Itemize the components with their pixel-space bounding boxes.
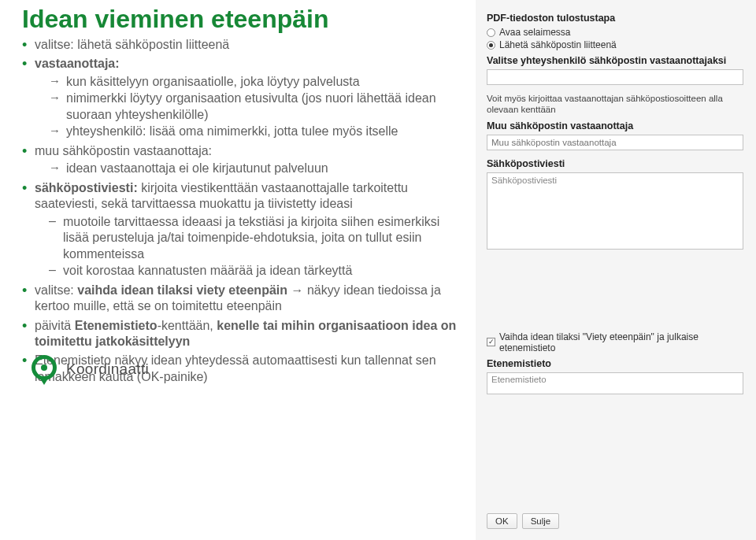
arrow-2-2-text: nimimerkki löytyy organisaation etusivul…: [66, 91, 436, 120]
arrow-2-3: yhteyshenkilö: lisää oma nimimerkki, jot…: [49, 124, 468, 139]
bullet-4-pre: sähköpostiviesti:: [35, 181, 138, 194]
bullet-5-bold: vaihda idean tilaksi viety eteenpäin: [77, 283, 287, 297]
contact-input[interactable]: [487, 69, 743, 85]
radio-send-attachment[interactable]: Lähetä sähköpostin liitteenä: [487, 39, 743, 50]
brand-name: Koordinaatti: [66, 361, 149, 378]
change-status-label: Vaihda idean tilaksi "Viety eteenpäin" j…: [499, 331, 743, 353]
bullet-6-pre: päivitä: [35, 319, 75, 332]
bullet-1-text: valitse: lähetä sähköpostin liitteenä: [35, 38, 229, 51]
arrow-2-1-text: kun käsittelyyn organisaatiolle, joka lö…: [66, 75, 360, 88]
other-recipient-heading: Muu sähköpostin vastaanottaja: [487, 120, 743, 131]
bullet-5: valitse: vaihda idean tilaksi viety etee…: [22, 283, 468, 315]
bullet-5-pre: valitse:: [35, 283, 77, 297]
email-message-heading: Sähköpostiviesti: [487, 158, 743, 169]
bullet-6-mid: -kenttään,: [158, 319, 217, 332]
radio-open-browser-label: Avaa selaimessa: [499, 27, 571, 38]
dash-4-2: voit korostaa kannatusten määrää ja idea…: [49, 263, 468, 279]
change-status-checkbox[interactable]: ✓ Vaihda idean tilaksi "Viety eteenpäin"…: [487, 331, 743, 353]
radio-icon: [487, 28, 495, 37]
close-button[interactable]: Sulje: [522, 513, 560, 529]
brand-logo: Koordinaatti: [32, 355, 149, 383]
bullet-4: sähköpostiviesti: kirjoita viestikenttää…: [22, 180, 468, 279]
bullet-2-lead: vastaanottaja:: [35, 57, 120, 70]
bullet-3-lead: muu sähköpostin vastaanottaja:: [35, 144, 212, 157]
ok-button[interactable]: OK: [487, 513, 517, 529]
arrow-3-1: idean vastaanottaja ei ole kirjautunut p…: [49, 161, 468, 176]
page-title: Idean vieminen eteenpäin: [22, 5, 468, 34]
bullet-3: muu sähköpostin vastaanottaja: idean vas…: [22, 143, 468, 177]
dash-4-1: muotoile tarvittaessa ideaasi ja tekstiä…: [49, 214, 468, 262]
email-message-input[interactable]: Sähköpostiviesti: [487, 172, 743, 250]
progress-info-input[interactable]: Etenemistieto: [487, 372, 743, 394]
bullet-1: valitse: lähetä sähköpostin liitteenä: [22, 37, 468, 53]
other-recipient-input[interactable]: [487, 135, 743, 150]
contact-note: Voit myös kirjoittaa vastaanottajan sähk…: [487, 93, 743, 116]
bullet-6-bold1: Etenemistieto: [75, 319, 158, 332]
form-panel: PDF-tiedoston tulostustapa Avaa selaimes…: [476, 0, 756, 540]
speech-bubble-icon: [32, 355, 58, 383]
arrow-2-1: kun käsittelyyn organisaatiolle, joka lö…: [49, 74, 468, 90]
bullet-2: vastaanottaja: kun käsittelyyn organisaa…: [22, 56, 468, 139]
radio-icon: [487, 41, 495, 50]
dash-4-1-text: muotoile tarvittaessa ideaasi ja tekstiä…: [63, 215, 439, 261]
radio-open-browser[interactable]: Avaa selaimessa: [487, 27, 743, 38]
arrow-2-2: nimimerkki löytyy organisaation etusivul…: [49, 91, 468, 123]
checkbox-icon: ✓: [487, 338, 495, 346]
bullet-6: päivitä Etenemistieto-kenttään, kenelle …: [22, 318, 468, 350]
arrow-2-3-text: yhteyshenkilö: lisää oma nimimerkki, jot…: [66, 124, 398, 138]
progress-info-heading: Etenemistieto: [487, 358, 743, 369]
dash-4-2-text: voit korostaa kannatusten määrää ja idea…: [63, 264, 352, 277]
pdf-output-heading: PDF-tiedoston tulostustapa: [487, 13, 743, 24]
radio-send-attachment-label: Lähetä sähköpostin liitteenä: [499, 39, 617, 50]
arrow-3-1-text: idean vastaanottaja ei ole kirjautunut p…: [66, 161, 328, 175]
select-contact-heading: Valitse yhteyshenkilö sähköpostin vastaa…: [487, 55, 743, 66]
